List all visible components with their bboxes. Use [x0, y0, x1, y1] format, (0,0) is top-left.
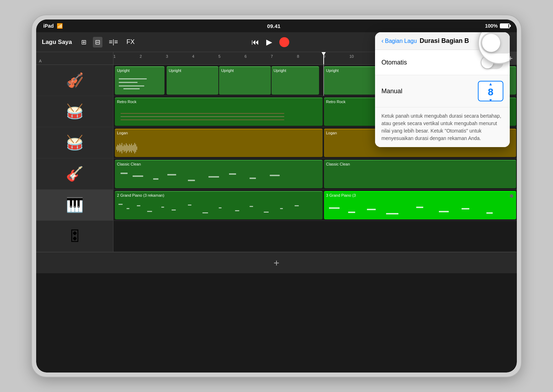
stepper-up-icon: ▲ [488, 82, 493, 86]
otomatis-label: Otomatis [381, 59, 407, 66]
magnifier-toggle [481, 32, 510, 54]
side-button [517, 185, 521, 207]
popup-overlay: ‹ Bagian Lagu Durasi Bagian B Otomatis M… [36, 19, 517, 373]
manual-label: Manual [381, 88, 402, 95]
manual-row: Manual ▲ 8 ▼ [375, 75, 510, 107]
popup-back-label: Bagian Lagu [385, 38, 417, 44]
stepper-up-button[interactable]: ▲ [479, 82, 503, 86]
popup-body: Otomatis Manual ▲ 8 [375, 50, 510, 147]
popup-title: Durasi Bagian B [420, 37, 469, 45]
ipad-frame: iPad 📶 09.41 100% Lagu Saya ⊞ ⊟ ≡|≡ FX ⏮… [32, 15, 521, 377]
popup-back-button[interactable]: ‹ Bagian Lagu [381, 37, 417, 45]
scroll-indicator [510, 194, 513, 198]
number-stepper[interactable]: ▲ 8 ▼ [478, 81, 503, 101]
popup-panel: ‹ Bagian Lagu Durasi Bagian B Otomatis M… [375, 32, 510, 147]
back-chevron-icon: ‹ [381, 37, 384, 45]
stepper-down-icon: ▼ [488, 98, 493, 101]
stepper-down-button[interactable]: ▼ [479, 98, 503, 101]
popup-hint-text: Ketuk panah untuk mengubah durasi secara… [375, 107, 510, 147]
stepper-value-display: 8 [479, 86, 503, 98]
